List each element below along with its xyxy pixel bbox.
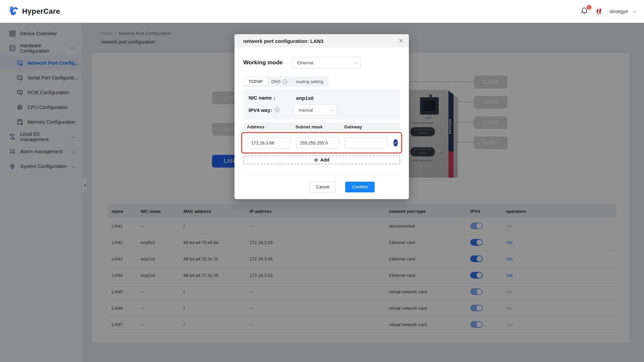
- chevron-down-icon: [331, 108, 334, 111]
- network-port-config-dialog: network port configuration: LAN3 ✕ Worki…: [234, 34, 409, 199]
- notification-badge: 1: [586, 4, 592, 10]
- info-icon: i: [282, 79, 287, 84]
- ipv4-way-label: IPV4 way:: [249, 107, 272, 113]
- nic-panel: NIC name： enp1s0 IPV4 way:i manual: [243, 89, 400, 120]
- working-mode-value: Ethernet: [297, 60, 314, 65]
- confirm-row-check-icon[interactable]: ✓: [393, 139, 398, 146]
- add-address-button[interactable]: ⊕ Add: [243, 156, 400, 164]
- confirm-button[interactable]: Confirm: [345, 182, 375, 192]
- cancel-button[interactable]: Cancel: [310, 182, 336, 192]
- avatar[interactable]: [594, 6, 605, 17]
- plus-icon: ⊕: [314, 157, 318, 163]
- dialog-header: network port configuration: LAN3 ✕: [234, 34, 409, 48]
- close-icon[interactable]: ✕: [399, 38, 404, 44]
- tab-dns[interactable]: DNSi: [267, 77, 291, 86]
- working-mode-select[interactable]: Ethernet: [292, 57, 361, 68]
- tab-tcpip[interactable]: TCP/IP: [244, 77, 267, 86]
- address-input[interactable]: [248, 137, 290, 148]
- ipv4-way-value: manual: [299, 108, 313, 113]
- nic-name-label: NIC name：: [249, 95, 289, 101]
- info-icon: i: [275, 108, 279, 112]
- brand: HyperCare: [9, 5, 60, 17]
- chevron-down-icon: [354, 60, 358, 64]
- address-column-labels: Address Subnet mask Gateway: [243, 122, 400, 131]
- highlighted-address-row: ✓: [241, 132, 402, 154]
- notifications-button[interactable]: 1: [579, 6, 589, 16]
- username: sinsegye: [609, 9, 628, 14]
- add-label: Add: [320, 157, 329, 163]
- ipv4-way-select[interactable]: manual: [293, 104, 337, 116]
- user-menu-chevron-icon[interactable]: [633, 9, 636, 13]
- brand-name: HyperCare: [22, 7, 60, 16]
- dialog-title: network port configuration: LAN3: [243, 38, 323, 44]
- brand-logo-icon: [9, 5, 19, 17]
- gateway-label: Gateway: [344, 124, 387, 129]
- dialog-footer: Cancel Confirm: [243, 174, 400, 199]
- gateway-input[interactable]: [345, 137, 388, 148]
- top-header: HyperCare 1 sinsegye: [0, 0, 644, 23]
- subnet-mask-input[interactable]: [296, 137, 339, 148]
- working-mode-label: Working mode: [243, 59, 283, 66]
- tab-routing-setting[interactable]: routing setting: [291, 77, 328, 86]
- nic-name-value: enp1s0: [296, 95, 314, 101]
- address-label: Address: [247, 124, 290, 129]
- subnet-mask-label: Subnet mask: [296, 124, 338, 129]
- dialog-tabs: TCP/IP DNSi routing setting: [243, 76, 329, 87]
